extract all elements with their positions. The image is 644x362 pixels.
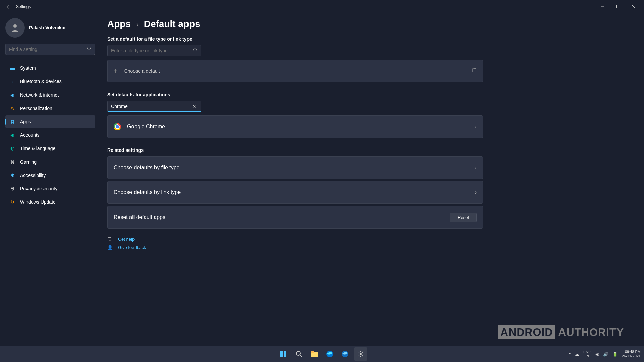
chevron-right-icon: › — [475, 165, 477, 171]
link-label: Get help — [118, 237, 135, 242]
sidebar-item-label: Time & language — [20, 146, 55, 151]
svg-point-3 — [88, 47, 91, 50]
section-label-related: Related settings — [107, 147, 483, 153]
sidebar-item-personalization[interactable]: ✎Personalization — [5, 102, 95, 115]
avatar — [5, 18, 25, 38]
tray-onedrive-icon[interactable]: ☁ — [575, 352, 579, 357]
page-title: Default apps — [144, 19, 200, 29]
taskbar-settings[interactable] — [354, 347, 367, 361]
svg-line-4 — [90, 50, 91, 51]
chevron-right-icon: › — [475, 189, 477, 195]
help-icon: 🗨 — [107, 237, 113, 242]
clock[interactable]: 09:48 PM 26-11-2021 — [622, 350, 641, 358]
accessibility-icon: ✱ — [9, 172, 15, 178]
filetype-input[interactable] — [111, 48, 193, 53]
chevron-right-icon: › — [475, 124, 477, 130]
sidebar-item-label: Bluetooth & devices — [20, 79, 62, 84]
svg-point-5 — [194, 48, 197, 51]
tray-volume-icon[interactable]: 🔊 — [603, 352, 608, 357]
chrome-icon — [114, 123, 121, 130]
section-label-apps: Set defaults for applications — [107, 92, 483, 97]
window-controls — [595, 1, 641, 12]
svg-rect-10 — [280, 354, 283, 357]
sidebar-item-label: Gaming — [20, 159, 37, 165]
help-links: 🗨 Get help 👤 Give feedback — [107, 237, 483, 250]
apps-search-input[interactable] — [111, 104, 191, 109]
system-tray: ^ ☁ ENG IN ◉ 🔊 🔋 09:48 PM 26-11-2021 — [569, 350, 641, 358]
profile-name: Palash Volvoikar — [29, 25, 66, 31]
defaults-by-file[interactable]: Choose defaults by file type › — [107, 156, 483, 179]
clock-time: 09:48 PM — [622, 350, 641, 354]
taskbar: ^ ☁ ENG IN ◉ 🔊 🔋 09:48 PM 26-11-2021 — [0, 346, 644, 362]
minimize-button[interactable] — [595, 1, 610, 12]
sidebar-item-label: Accessibility — [20, 173, 46, 178]
brush-icon: ✎ — [9, 105, 15, 111]
sidebar-item-bluetooth[interactable]: ᛒBluetooth & devices — [5, 75, 95, 88]
give-feedback-link[interactable]: 👤 Give feedback — [107, 245, 483, 250]
main-content: Apps › Default apps Set a default for a … — [107, 19, 483, 253]
sidebar-item-time[interactable]: ◐Time & language — [5, 142, 95, 155]
link-label: Give feedback — [118, 245, 146, 250]
sidebar-item-label: Personalization — [20, 106, 52, 111]
sidebar-item-accessibility[interactable]: ✱Accessibility — [5, 169, 95, 182]
sidebar-item-privacy[interactable]: ⛨Privacy & security — [5, 182, 95, 195]
svg-rect-8 — [280, 351, 283, 354]
get-help-link[interactable]: 🗨 Get help — [107, 237, 483, 242]
sidebar-item-system[interactable]: ▬System — [5, 62, 95, 74]
search-input[interactable] — [9, 47, 87, 52]
close-button[interactable] — [626, 1, 641, 12]
taskbar-center — [277, 347, 367, 361]
sidebar-item-gaming[interactable]: ⌘Gaming — [5, 156, 95, 168]
back-button[interactable] — [3, 1, 13, 12]
plus-icon: + — [114, 67, 118, 75]
titlebar: Settings — [0, 0, 644, 13]
taskbar-edge-dev[interactable] — [338, 347, 352, 361]
app-result-chrome[interactable]: Google Chrome › — [107, 115, 483, 138]
display-icon: ▬ — [9, 65, 15, 71]
language-indicator[interactable]: ENG IN — [583, 350, 591, 358]
svg-line-6 — [196, 51, 197, 52]
profile[interactable]: Palash Volvoikar — [5, 18, 95, 38]
sidebar-item-accounts[interactable]: ◉Accounts — [5, 129, 95, 141]
shield-icon: ⛨ — [9, 186, 15, 192]
section-label-filetype: Set a default for a file type or link ty… — [107, 36, 483, 42]
choose-default-label: Choose a default — [124, 68, 160, 74]
filetype-search[interactable] — [107, 45, 201, 56]
taskbar-edge[interactable] — [323, 347, 336, 361]
taskbar-search[interactable] — [292, 347, 306, 361]
tray-chevron-icon[interactable]: ^ — [569, 352, 571, 357]
feedback-icon: 👤 — [107, 245, 113, 250]
choose-default-card[interactable]: + Choose a default — [107, 60, 483, 82]
taskbar-explorer[interactable] — [308, 347, 321, 361]
svg-rect-7 — [473, 69, 476, 72]
tray-wifi-icon[interactable]: ◉ — [595, 352, 599, 357]
svg-point-12 — [296, 351, 300, 355]
gamepad-icon: ⌘ — [9, 159, 15, 165]
sidebar-item-network[interactable]: ◉Network & internet — [5, 88, 95, 101]
list-label: Choose defaults by file type — [114, 165, 180, 171]
watermark-boxed: ANDROID — [498, 325, 555, 339]
update-icon: ↻ — [9, 199, 15, 205]
sidebar-item-apps[interactable]: ▦Apps — [5, 115, 95, 128]
search-icon — [193, 48, 198, 54]
sidebar-search[interactable] — [5, 44, 95, 55]
sidebar-item-label: Accounts — [20, 132, 40, 138]
reset-card: Reset all default apps Reset — [107, 206, 483, 229]
breadcrumb-parent[interactable]: Apps — [107, 19, 131, 29]
sidebar: Palash Volvoikar ▬System ᛒBluetooth & de… — [0, 16, 101, 209]
start-button[interactable] — [277, 347, 290, 361]
list-label: Choose defaults by link type — [114, 189, 181, 195]
sidebar-item-label: Apps — [20, 119, 31, 124]
clear-icon[interactable]: ✕ — [191, 104, 198, 109]
apps-search[interactable]: ✕ — [107, 101, 201, 112]
clock-icon: ◐ — [9, 145, 15, 152]
svg-line-13 — [300, 355, 302, 357]
app-result-label: Google Chrome — [127, 124, 165, 130]
sidebar-item-update[interactable]: ↻Windows Update — [5, 196, 95, 208]
defaults-by-link[interactable]: Choose defaults by link type › — [107, 181, 483, 204]
tray-battery-icon[interactable]: 🔋 — [612, 352, 618, 357]
search-icon — [87, 46, 92, 52]
maximize-button[interactable] — [610, 1, 626, 12]
reset-label: Reset all default apps — [114, 214, 165, 220]
reset-button[interactable]: Reset — [450, 213, 477, 222]
